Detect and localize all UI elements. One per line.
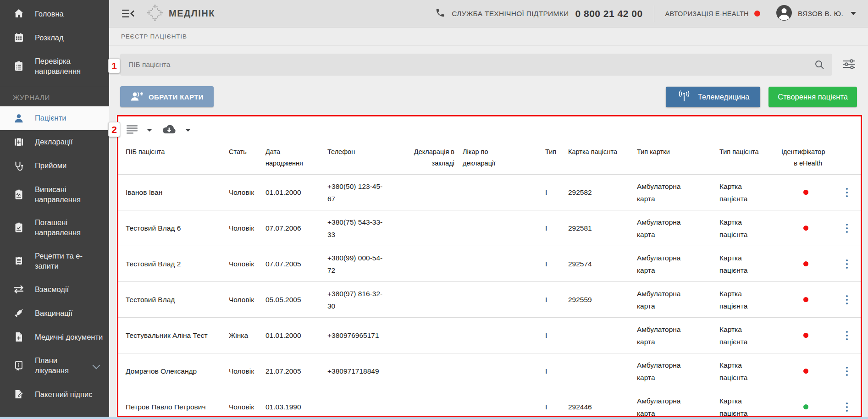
cell-card-type: Амбулаторна карта <box>637 395 691 418</box>
select-cards-button[interactable]: ОБРАТИ КАРТИ <box>120 86 214 107</box>
support-contact: СЛУЖБА ТЕХНІЧНОЇ ПІДТРИМКИ 0 800 21 42 0… <box>435 8 642 20</box>
sidebar-item-declarations[interactable]: Декларації <box>0 130 109 154</box>
column-header[interactable]: Декларація в закладі <box>412 146 463 169</box>
brand: МЕДЛІНК <box>147 4 215 24</box>
sidebar-item-label: Рецепти та е-запити <box>35 251 105 271</box>
row-actions-kebab-button[interactable] <box>843 185 851 200</box>
sidebar-item-issued-referrals[interactable]: Виписані направлення <box>0 178 109 211</box>
book-info-icon <box>13 360 25 371</box>
cell-type: І <box>545 258 568 270</box>
sidebar-item-referral-check[interactable]: Перевірка направлення <box>0 50 109 83</box>
sidebar-item-redeemed-referrals[interactable]: Погашені направлення <box>0 211 109 244</box>
column-header[interactable]: Дата народження <box>265 146 311 169</box>
column-header[interactable]: Лікар по декларації <box>463 146 509 169</box>
cell-card-number: 292582 <box>568 186 637 198</box>
table-header: ПІБ пацієнта Стать Дата народження Телеф… <box>118 140 861 174</box>
sidebar-item-vaccinations[interactable]: Вакцинації <box>0 301 109 325</box>
chevron-down-icon <box>147 129 152 132</box>
table-row[interactable]: Тестовий Влад Чоловік 05.05.2005 +380(97… <box>118 281 861 317</box>
sidebar-item-schedule[interactable]: Розклад <box>0 26 109 50</box>
sidebar-item-patients[interactable]: Пацієнти <box>0 106 109 130</box>
sidebar-item-treatment-plans[interactable]: Плани лікування <box>0 349 109 382</box>
table-body: Іванов Іван Чоловік 01.01.2000 +380(50) … <box>118 174 861 418</box>
table-row[interactable]: Домрачов Олександр Чоловік 21.07.2005 +3… <box>118 353 861 389</box>
cell-phone: +380(97) 816-32-30 <box>327 287 392 312</box>
user-menu[interactable]: ВЯЗОВ В. Ю. <box>776 5 856 23</box>
sidebar-item-interactions[interactable]: Взаємодії <box>0 277 109 301</box>
search-input[interactable] <box>120 54 832 76</box>
column-header[interactable]: Тип <box>545 146 568 158</box>
telemedicine-button[interactable]: Телемедицина <box>666 87 761 107</box>
search-row <box>120 54 857 76</box>
select-cards-label: ОБРАТИ КАРТИ <box>149 93 204 101</box>
header-divider <box>654 6 654 22</box>
calendar-icon <box>13 32 25 43</box>
cell-birth-date: 07.07.2006 <box>265 222 327 234</box>
cell-card-type: Амбулаторна карта <box>637 180 691 205</box>
row-actions-kebab-button[interactable] <box>843 364 851 379</box>
export-dropdown[interactable] <box>182 129 195 132</box>
clipboard-list-icon <box>13 61 25 72</box>
cell-birth-date: 07.07.2005 <box>265 258 327 270</box>
row-actions-kebab-button[interactable] <box>843 328 851 343</box>
cell-gender: Жінка <box>229 329 265 342</box>
ehealth-status-dot <box>803 404 808 409</box>
search-icon[interactable] <box>814 59 825 72</box>
row-actions-kebab-button[interactable] <box>843 257 851 272</box>
chevron-down-icon <box>93 362 100 369</box>
cell-patient-name: Тестовий Влад <box>126 293 229 306</box>
create-patient-button[interactable]: Створення пацієнта <box>768 87 857 107</box>
column-header[interactable]: Тип пацієнта <box>719 146 781 158</box>
sidebar-item-label: Медичні документи <box>35 332 103 342</box>
table-row[interactable]: Іванов Іван Чоловік 01.01.2000 +380(50) … <box>118 174 861 210</box>
sidebar-item-prescriptions[interactable]: Рецепти та е-запити <box>0 244 109 278</box>
cell-patient-type: Картка пацієнта <box>719 323 761 348</box>
sidebar-item-batch-signature[interactable]: Пакетний підпис <box>0 382 109 406</box>
filter-button[interactable] <box>842 58 856 72</box>
cell-type: І <box>545 329 568 342</box>
column-header[interactable]: ПІБ пацієнта <box>126 146 229 158</box>
row-density-dropdown[interactable] <box>143 129 157 132</box>
column-header[interactable]: Тип картки <box>637 146 719 158</box>
sidebar-item-appointments[interactable]: Прийоми <box>0 154 109 178</box>
cell-gender: Чоловік <box>229 258 265 270</box>
chevron-down-icon <box>185 129 191 132</box>
annotation-marker-2: 2 <box>108 122 120 137</box>
cell-patient-name: Домрачов Олександр <box>126 365 229 377</box>
column-header[interactable]: Картка пацієнта <box>568 146 637 158</box>
sidebar-item-home[interactable]: Головна <box>0 2 109 26</box>
create-patient-label: Створення пацієнта <box>778 93 848 101</box>
ehealth-authorization[interactable]: АВТОРИЗАЦІЯ E-HEALTH <box>665 10 760 17</box>
sidebar-item-label: Пакетний підпис <box>35 389 92 399</box>
column-header[interactable]: Телефон <box>327 146 412 158</box>
sidebar-item-label: Головна <box>35 9 64 19</box>
sidebar-item-medical-documents[interactable]: Медичні документи <box>0 325 109 349</box>
column-header[interactable]: Стать <box>229 146 265 158</box>
row-actions-kebab-button[interactable] <box>843 221 851 236</box>
table-row[interactable]: Тестовий Влад 6 Чоловік 07.07.2006 +380(… <box>118 210 861 246</box>
table-row[interactable]: Тестувальник Аліна Тест Жінка 01.01.2000… <box>118 317 861 353</box>
cell-patient-type: Картка пацієнта <box>719 395 761 418</box>
row-density-button[interactable] <box>127 125 138 135</box>
row-actions-kebab-button[interactable] <box>843 292 851 308</box>
search-box <box>120 54 832 76</box>
ehealth-status-dot <box>803 333 808 338</box>
cell-card-type: Амбулаторна карта <box>637 216 691 241</box>
cell-patient-name: Тестовий Влад 6 <box>126 222 229 234</box>
sidebar-collapse-button[interactable] <box>122 9 135 19</box>
column-header[interactable]: Ідентифікатор в eHealth <box>781 146 830 169</box>
ehealth-status-dot <box>803 190 808 195</box>
sidebar-item-label: Взаємодії <box>35 284 69 294</box>
table-row[interactable]: Тестовий Влад 2 Чоловік 07.07.2005 +380(… <box>118 246 861 281</box>
breadcrumb: РЕЄСТР ПАЦІЄНТІВ <box>121 33 187 40</box>
cell-patient-type: Картка пацієнта <box>719 287 761 312</box>
sidebar: Головна Розклад Перевірка направлення ЖУ… <box>0 0 109 419</box>
sidebar-item-label: Погашені направлення <box>35 217 105 238</box>
export-download-button[interactable] <box>161 124 177 136</box>
filter-sliders-icon <box>842 58 856 72</box>
table-row[interactable]: Петров Павло Петрович Чоловік 01.03.1990… <box>118 389 861 418</box>
row-actions-kebab-button[interactable] <box>843 400 851 415</box>
horizontal-scrollbar[interactable] <box>0 417 868 419</box>
support-phone-number: 0 800 21 42 00 <box>575 8 642 19</box>
cell-gender: Чоловік <box>229 365 265 377</box>
